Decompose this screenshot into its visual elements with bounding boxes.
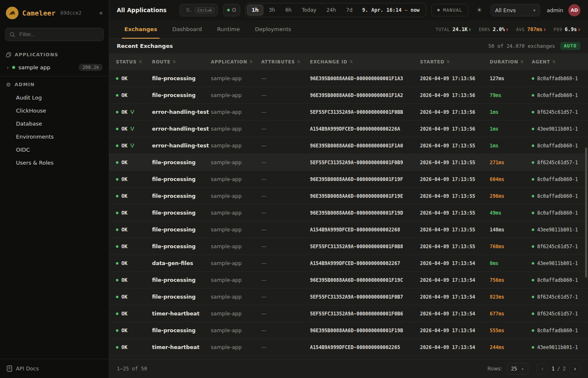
time-range-6h[interactable]: 6h xyxy=(281,5,296,16)
time-range-24h[interactable]: 24h xyxy=(322,5,341,16)
time-range-7d[interactable]: 7d xyxy=(341,5,357,16)
attributes-cell: — xyxy=(261,226,310,233)
duration-cell: 244ms xyxy=(490,344,532,350)
column-header-duration[interactable]: DURATION⇅ xyxy=(490,59,532,64)
agent-status-dot xyxy=(532,128,534,130)
table-row[interactable]: OK error-handling-test sample-app — A154… xyxy=(109,121,588,137)
table-row[interactable]: OK file-processing sample-app — 5EF55FC3… xyxy=(109,289,588,305)
table-row[interactable]: OK timer-heartbeat sample-app — A154B9A9… xyxy=(109,339,588,356)
date-range[interactable]: 9. Apr. 16:14 – now xyxy=(358,7,425,13)
route-cell: file-processing xyxy=(152,75,211,81)
application-cell: sample-app xyxy=(211,243,261,249)
table-row[interactable]: OK file-processing sample-app — 5EF55FC3… xyxy=(109,154,588,171)
tab-deployments[interactable]: Deployments xyxy=(247,20,299,38)
status-ok-dot xyxy=(116,111,118,113)
sidebar-filter[interactable] xyxy=(5,28,104,41)
duration-cell: 296ms xyxy=(490,193,532,199)
sort-icon: ⇅ xyxy=(249,60,253,64)
application-cell: sample-app xyxy=(211,75,261,81)
table-row[interactable]: OK file-processing sample-app — 96E395B0… xyxy=(109,272,588,289)
table-row[interactable]: OK file-processing sample-app — 96E395B0… xyxy=(109,322,588,339)
filter-input[interactable] xyxy=(18,31,99,38)
sidebar-item-sample-app[interactable]: › sample app 208.2k xyxy=(0,61,109,76)
agent-cell: 8c0affadb860-1 xyxy=(532,328,581,333)
stat-err: ERR%2.0%↑ xyxy=(479,26,509,32)
time-range-group: 1h3h6hToday24h7d 9. Apr. 16:14 – now xyxy=(245,3,426,17)
route-cell: file-processing xyxy=(152,327,211,333)
table-row[interactable]: OK data-gen-files sample-app — A154B9A99… xyxy=(109,255,588,272)
theme-toggle-button[interactable]: ☀ xyxy=(473,4,486,16)
tabs-bar: ExchangesDashboardRuntimeDeployments TOT… xyxy=(109,20,588,39)
time-range-1h[interactable]: 1h xyxy=(247,5,263,16)
column-header-started[interactable]: STARTED⇅ xyxy=(420,59,490,64)
column-header-route[interactable]: ROUTE⇅ xyxy=(152,59,211,64)
manual-label: MANUAL xyxy=(443,8,462,13)
sidebar-item-database[interactable]: Database xyxy=(0,117,109,130)
search-input[interactable] xyxy=(185,7,193,13)
user-avatar[interactable]: AD xyxy=(568,4,580,16)
auto-refresh-badge[interactable]: AUTO xyxy=(560,42,581,50)
sidebar-item-oidc[interactable]: OIDC xyxy=(0,143,109,156)
table-row[interactable]: OK file-processing sample-app — 5EF55FC3… xyxy=(109,238,588,255)
sidebar-collapse-icon[interactable]: « xyxy=(99,9,103,17)
duration-cell: 0ms xyxy=(490,260,532,266)
started-cell: 2026-04-09 17:13:55 xyxy=(420,244,490,249)
rows-per-page-select[interactable]: 25 ▾ xyxy=(507,363,528,375)
online-status-pill[interactable]: O xyxy=(223,4,240,16)
api-docs-link[interactable]: API Docs xyxy=(0,359,109,378)
sidebar-item-audit-log[interactable]: Audit Log xyxy=(0,91,109,104)
status-ok-dot xyxy=(116,279,118,281)
column-header-exchange-id[interactable]: EXCHANGE ID⇅ xyxy=(310,59,420,64)
global-search[interactable]: Ctrl+K xyxy=(179,4,218,16)
tab-dashboard[interactable]: Dashboard xyxy=(165,20,210,38)
table-row[interactable]: OK error-handling-test sample-app — 96E3… xyxy=(109,137,588,154)
environment-select[interactable]: All Envs ▾ xyxy=(491,4,540,16)
gear-icon: ⚙ xyxy=(6,81,11,88)
started-cell: 2026-04-09 17:13:54 xyxy=(420,294,490,300)
exchange-count: 50 of 24.070 exchanges xyxy=(488,43,555,49)
table-row[interactable]: OK file-processing sample-app — 96E395B0… xyxy=(109,70,588,87)
sidebar-item-clickhouse[interactable]: ClickHouse xyxy=(0,104,109,117)
expand-chevron-icon[interactable]: › xyxy=(7,65,9,71)
application-cell: sample-app xyxy=(211,260,261,266)
route-cell: timer-heartbeat xyxy=(152,310,211,317)
scrollbar[interactable] xyxy=(585,147,587,278)
application-cell: sample-app xyxy=(211,277,261,283)
table-row[interactable]: OK timer-heartbeat sample-app — 5EF55FC3… xyxy=(109,305,588,322)
exchange-id-cell: 5EF55FC31352A9A-000000000001F0B9 xyxy=(310,160,420,165)
column-header-attributes[interactable]: ATTRIBUTES⇅ xyxy=(261,59,310,64)
column-header-status[interactable]: STATUS⇅ xyxy=(116,59,152,64)
table-footer: 1–25 of 50 Rows: 25 ▾ ‹ 1 / 2 › xyxy=(109,359,588,378)
prev-page-button[interactable]: ‹ xyxy=(537,363,548,374)
manual-refresh-button[interactable]: MANUAL xyxy=(431,4,468,16)
route-cell: error-handling-test xyxy=(152,126,211,132)
time-range-3h[interactable]: 3h xyxy=(264,5,280,16)
table-row[interactable]: OK error-handling-test sample-app — 5EF5… xyxy=(109,104,588,121)
online-dot xyxy=(227,9,230,11)
sort-icon: ⇅ xyxy=(173,60,176,64)
column-header-agent[interactable]: AGENT⇅ xyxy=(532,59,581,64)
next-page-button[interactable]: › xyxy=(570,363,580,374)
started-cell: 2026-04-09 17:13:54 xyxy=(420,277,490,283)
table-row[interactable]: OK file-processing sample-app — 96E395B0… xyxy=(109,205,588,221)
agent-status-dot xyxy=(532,144,534,147)
table-row[interactable]: OK file-processing sample-app — 96E395B0… xyxy=(109,87,588,104)
date-separator: – xyxy=(404,7,407,13)
chevron-down-icon: ▾ xyxy=(521,367,524,371)
tab-runtime[interactable]: Runtime xyxy=(210,20,247,38)
duration-cell: 760ms xyxy=(490,244,532,249)
table-row[interactable]: OK file-processing sample-app — 96E395B0… xyxy=(109,188,588,205)
stat-p99: P996.9s↑ xyxy=(554,26,580,32)
table-row[interactable]: OK file-processing sample-app — 96E395B0… xyxy=(109,171,588,188)
time-range-today[interactable]: Today xyxy=(297,5,321,16)
exchange-id-cell: 5EF55FC31352A9A-000000000001F0B7 xyxy=(310,294,420,300)
status-cell: OK xyxy=(116,294,152,300)
table-row[interactable]: OK file-processing sample-app — A154B9A9… xyxy=(109,221,588,238)
tab-exchanges[interactable]: Exchanges xyxy=(117,20,165,38)
sidebar-item-environments[interactable]: Environments xyxy=(0,130,109,143)
application-cell: sample-app xyxy=(211,226,261,233)
sidebar-item-users-roles[interactable]: Users & Roles xyxy=(0,156,109,169)
exchange-id-cell: A154B9A999DFCED-000000000002265 xyxy=(310,344,420,350)
column-header-application[interactable]: APPLICATION⇅ xyxy=(211,59,261,64)
attributes-cell: — xyxy=(261,109,310,115)
